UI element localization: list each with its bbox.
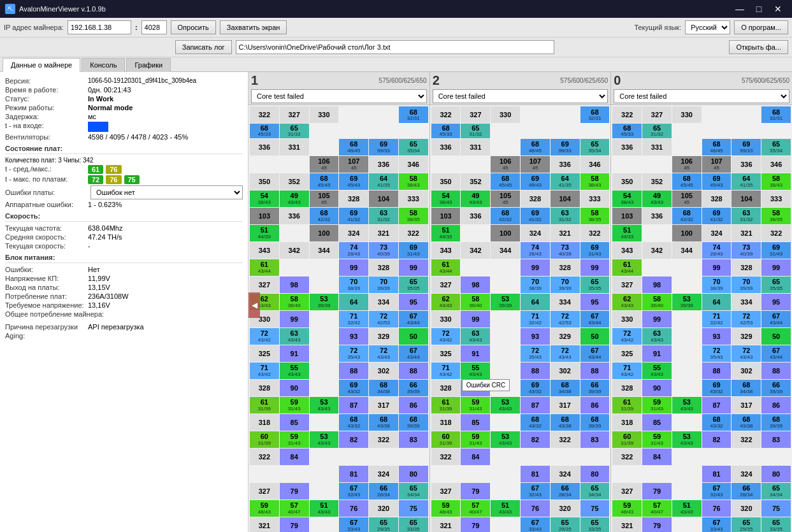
app-title: AvalonMinerViewer v.1.0.9b — [19, 5, 106, 13]
chip-cell — [250, 466, 279, 482]
errors-dropdown[interactable]: Ошибок нет — [90, 185, 243, 199]
chip-cell: 6842/32 — [672, 208, 702, 224]
chip-cell: 5838/43 — [761, 173, 791, 190]
chip-cell: 6531/32 — [280, 124, 309, 138]
chip-cell — [491, 124, 520, 138]
chip-cell: 6846/45 — [521, 139, 550, 155]
chip-cell: 343 — [612, 242, 642, 259]
log-button[interactable]: Записать лог — [175, 40, 232, 54]
ip-input[interactable] — [68, 20, 131, 34]
chip-cell: 336 — [280, 208, 309, 224]
tab-miner-data[interactable]: Данные о майнере — [3, 58, 80, 72]
chip-cell: 321 — [551, 225, 580, 241]
chip-cell — [491, 363, 520, 379]
chip-cell: 328 — [250, 380, 279, 396]
chip-cell: 7242/53 — [551, 311, 580, 327]
chip-cell: 50 — [580, 328, 610, 345]
t-avg-val2: 76 — [106, 165, 121, 174]
chip-cell: 76 — [521, 500, 550, 517]
tab-charts[interactable]: Графики — [126, 58, 171, 72]
chip-cell: 7243/42 — [431, 328, 461, 345]
chip-cell — [702, 106, 731, 123]
chip-cell: 6533/35 — [761, 517, 791, 532]
chip-cell: 352 — [280, 173, 309, 190]
close-button[interactable]: ✕ — [769, 0, 787, 18]
chip-cell: 99 — [761, 259, 791, 276]
chip-cell: 321 — [250, 517, 279, 532]
title-bar-left: ⛏ AvalonMinerViewer v.1.0.9b — [5, 4, 106, 14]
chip-cell: 302 — [731, 363, 761, 379]
chip-cell: 88 — [702, 363, 731, 379]
chip-cell: 6999/33 — [731, 139, 761, 155]
t-max-val3: 75 — [124, 175, 140, 184]
chip-cell: 79 — [642, 517, 672, 532]
port-input[interactable] — [141, 20, 167, 34]
chip-cell: 5838/43 — [580, 173, 610, 190]
main-content: Версия: 1066-50-19120301_d9f41bc_309b4ea… — [0, 72, 792, 532]
temp-indicator — [88, 122, 108, 132]
chip-cell: 88 — [339, 363, 368, 379]
lang-select[interactable]: Русский — [685, 20, 730, 34]
scroll-left-button[interactable]: ◀ — [248, 292, 260, 318]
chip-cell: 6732/43 — [702, 483, 731, 500]
chip-cell: 99 — [461, 311, 490, 327]
chip-cell — [339, 124, 368, 138]
miner-freq-2: 575/600/625/650 — [560, 77, 608, 84]
t-avg-row: t - сред./макс.: 61 76 — [5, 165, 243, 174]
capture-button[interactable]: Захватить экран — [220, 20, 287, 34]
about-button[interactable]: О програм... — [734, 20, 788, 34]
chip-cell: 6945/43 — [521, 173, 550, 190]
chip-cell: 327 — [250, 277, 279, 293]
chip-cell: 5931/43 — [280, 397, 309, 413]
miner-status-dropdown-0[interactable]: Core test failed — [614, 89, 789, 103]
chip-cell: 10645 — [672, 156, 702, 173]
chip-cell: 5543/43 — [280, 363, 309, 379]
chip-cell — [491, 414, 520, 431]
chip-cell: 6031/39 — [612, 431, 642, 448]
chip-cell: 6931/43 — [761, 242, 791, 259]
chip-cell: 324 — [731, 466, 761, 482]
chip-cell: 7242/53 — [369, 311, 398, 327]
miner-status-dropdown-1[interactable]: Core test failed — [251, 89, 427, 103]
chip-cell: 6931/43 — [399, 242, 428, 259]
chip-cell — [702, 124, 731, 138]
chip-cell: 86 — [761, 397, 791, 413]
chip-cell: 7243/42 — [612, 328, 642, 345]
minimize-button[interactable]: — — [731, 0, 749, 18]
chip-cell: 6843/32 — [521, 414, 550, 431]
chip-cell: 6529/35 — [369, 517, 398, 532]
chip-cell: 322 — [731, 431, 761, 448]
chip-cell: 336 — [612, 139, 642, 155]
chip-cell: 342 — [461, 242, 490, 259]
chip-cell: 6535/34 — [580, 139, 610, 155]
open-file-button[interactable]: Открыть фа... — [729, 40, 788, 54]
chip-cell: 10645 — [310, 156, 339, 173]
chip-cell — [521, 124, 550, 138]
miner-status-dropdown-2[interactable]: Core test failed — [433, 89, 608, 103]
tab-console[interactable]: Консоль — [82, 58, 125, 72]
chip-cell: 6535/34 — [761, 139, 791, 155]
chip-cell: 344 — [310, 242, 339, 259]
miner-number-1: 1 — [251, 73, 258, 88]
chip-cell: 5931/43 — [280, 431, 309, 448]
chip-cell: 100 — [310, 225, 339, 241]
chip-cell: 320 — [369, 500, 398, 517]
chip-cell — [369, 449, 398, 465]
chip-cell: 322 — [431, 449, 461, 465]
chip-cell: 322 — [551, 431, 580, 448]
chip-cell — [672, 414, 702, 431]
chip-cell: 6845/33 — [431, 124, 461, 138]
chip-cell: 7132/42 — [702, 311, 731, 327]
chip-cell: 5948/43 — [250, 500, 279, 517]
chip-cell: 90 — [642, 380, 672, 396]
t-avg-val1: 61 — [88, 165, 103, 174]
chip-cell: 6535/35 — [580, 277, 610, 293]
chip-cell — [310, 449, 339, 465]
chip-cell: 79 — [280, 517, 309, 532]
chip-cell: 6943/32 — [521, 380, 550, 396]
log-path-input[interactable] — [236, 40, 554, 54]
main-tabs: Данные о майнере Консоль Графики — [0, 57, 792, 72]
chip-cell: 5343/43 — [672, 431, 702, 448]
query-button[interactable]: Опросить — [171, 20, 216, 34]
maximize-button[interactable]: □ — [750, 0, 768, 18]
